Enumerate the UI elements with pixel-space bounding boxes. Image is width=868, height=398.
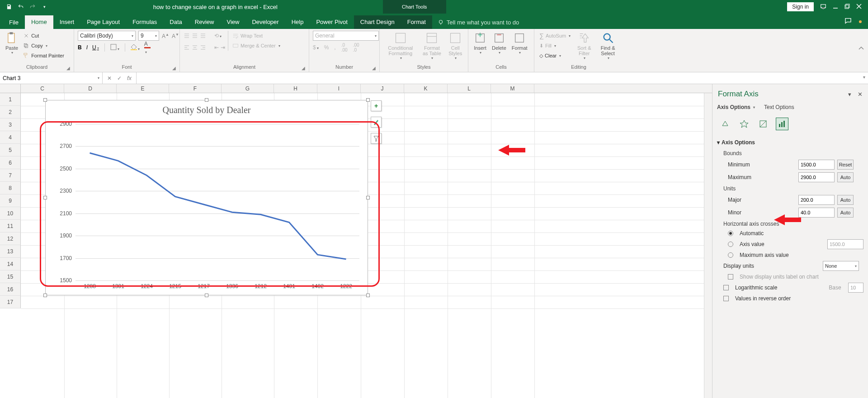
chart-elements-button[interactable]: + (371, 100, 382, 111)
minimize-icon[interactable] (833, 4, 838, 10)
save-icon[interactable] (5, 3, 13, 10)
tab-format[interactable]: Format (401, 15, 432, 29)
insert-cells-button[interactable]: Insert▾ (472, 31, 488, 56)
column-header[interactable]: M (491, 84, 534, 93)
row-header[interactable]: 7 (0, 169, 21, 182)
units-minor-auto[interactable]: Auto (837, 208, 854, 218)
row-header[interactable]: 13 (0, 245, 21, 258)
italic-button[interactable]: I (86, 44, 88, 51)
tab-text-options[interactable]: Text Options (764, 104, 794, 110)
ribbon-display-icon[interactable] (820, 3, 826, 11)
pending-icon[interactable] (859, 20, 862, 23)
alignment-launcher-icon[interactable]: ◢ (302, 66, 307, 71)
bounds-min-reset[interactable]: Reset (837, 160, 854, 170)
tab-chart-design[interactable]: Chart Design (354, 15, 401, 29)
delete-cells-button[interactable]: Delete▾ (490, 31, 508, 56)
row-header[interactable]: 15 (0, 270, 21, 283)
fill-line-icon[interactable] (719, 118, 731, 130)
close-icon[interactable] (856, 4, 862, 10)
radio-max-axis-value[interactable]: Maximum axis value (717, 251, 863, 260)
row-header[interactable]: 11 (0, 220, 21, 232)
bounds-max-input[interactable] (798, 172, 835, 182)
radio-automatic[interactable]: Automatic (717, 229, 863, 238)
format-cells-button[interactable]: Format▾ (510, 31, 529, 56)
decrease-font-icon[interactable]: A▼ (172, 33, 179, 39)
format-painter-button[interactable]: Format Painter (22, 51, 66, 61)
worksheet[interactable]: CDEFGHIJKLM 1234567891011121314151617 Qu… (0, 84, 712, 398)
tab-file[interactable]: File (3, 16, 25, 29)
clipboard-launcher-icon[interactable]: ◢ (66, 66, 72, 71)
comments-icon[interactable] (844, 17, 852, 26)
find-select-button[interactable]: Find & Select▾ (596, 31, 619, 61)
tab-view[interactable]: View (220, 15, 245, 29)
row-header[interactable]: 16 (0, 283, 21, 296)
tab-axis-options[interactable]: Axis Options ▾ (717, 104, 755, 110)
chart-filters-button[interactable] (371, 133, 382, 144)
cancel-formula-icon[interactable]: ✕ (107, 75, 112, 81)
vertical-scrollbar[interactable] (704, 93, 712, 398)
column-header[interactable]: K (404, 84, 448, 93)
pane-close-icon[interactable]: ✕ (858, 91, 863, 98)
row-header[interactable]: 10 (0, 207, 21, 220)
reverse-order-check[interactable]: Values in reverse order (717, 294, 863, 303)
column-header[interactable]: I (317, 84, 361, 93)
border-button[interactable]: ▾ (110, 44, 119, 52)
underline-button[interactable]: U▾ (92, 44, 99, 51)
tell-me[interactable]: Tell me what you want to do (432, 19, 524, 29)
section-axis-options[interactable]: ▾Axis Options (717, 137, 863, 148)
chart-styles-button[interactable] (371, 117, 382, 128)
column-header[interactable]: H (274, 84, 317, 93)
column-header[interactable]: F (169, 84, 222, 93)
row-header[interactable]: 1 (0, 93, 21, 106)
font-size-select[interactable]: 9▾ (138, 31, 159, 41)
formula-bar[interactable]: ▾ (136, 72, 868, 84)
fx-icon[interactable]: fx (127, 75, 132, 81)
clear-button[interactable]: ◇Clear▾ (538, 51, 572, 61)
tab-review[interactable]: Review (189, 15, 221, 29)
undo-icon[interactable] (17, 3, 24, 10)
log-scale-check[interactable]: Logarithmic scaleBase (717, 281, 863, 294)
select-all-corner[interactable] (0, 84, 21, 93)
tab-formulas[interactable]: Formulas (126, 15, 163, 29)
row-header[interactable]: 5 (0, 144, 21, 156)
copy-button[interactable]: Copy▾ (22, 41, 66, 51)
increase-font-icon[interactable]: A▲ (162, 33, 169, 39)
column-header[interactable]: E (117, 84, 169, 93)
paste-button[interactable]: Paste▾ (4, 31, 20, 56)
row-header[interactable]: 8 (0, 182, 21, 194)
column-header[interactable]: G (222, 84, 274, 93)
units-major-input[interactable] (798, 195, 835, 205)
row-header[interactable]: 9 (0, 194, 21, 207)
row-header[interactable]: 3 (0, 118, 21, 131)
enter-formula-icon[interactable]: ✓ (117, 75, 122, 81)
plot-area[interactable]: 1500170019002100230025002700290012881301… (54, 124, 359, 280)
bounds-min-input[interactable] (798, 160, 835, 170)
chart-object[interactable]: Quantity Sold by Dealer 1500170019002100… (45, 100, 368, 295)
collapse-ribbon-icon[interactable] (858, 45, 864, 53)
units-major-auto[interactable]: Auto (837, 195, 854, 205)
tab-home[interactable]: Home (25, 15, 53, 29)
font-name-select[interactable]: Calibri (Body)▾ (78, 31, 136, 41)
restore-icon[interactable] (844, 4, 850, 10)
row-header[interactable]: 4 (0, 131, 21, 144)
name-box[interactable]: Chart 3▾ (0, 72, 103, 84)
tab-page-layout[interactable]: Page Layout (80, 15, 126, 29)
fill-color-button[interactable]: ▾ (131, 44, 140, 52)
column-header[interactable]: J (361, 84, 404, 93)
tab-help[interactable]: Help (285, 15, 310, 29)
axis-options-icon[interactable] (776, 118, 788, 130)
qat-customize-icon[interactable]: ▾ (41, 3, 48, 10)
effects-icon[interactable] (738, 118, 750, 130)
column-header[interactable]: D (64, 84, 117, 93)
row-header[interactable]: 2 (0, 106, 21, 118)
tab-developer[interactable]: Developer (245, 15, 285, 29)
font-launcher-icon[interactable]: ◢ (172, 66, 178, 71)
row-header[interactable]: 17 (0, 296, 21, 308)
cut-button[interactable]: Cut (22, 31, 66, 41)
size-properties-icon[interactable] (757, 118, 769, 130)
display-units-select[interactable]: None▾ (823, 261, 859, 271)
column-header[interactable]: C (21, 84, 64, 93)
tab-power-pivot[interactable]: Power Pivot (310, 15, 354, 29)
row-header[interactable]: 12 (0, 232, 21, 245)
pane-options-icon[interactable]: ▾ (848, 91, 851, 98)
